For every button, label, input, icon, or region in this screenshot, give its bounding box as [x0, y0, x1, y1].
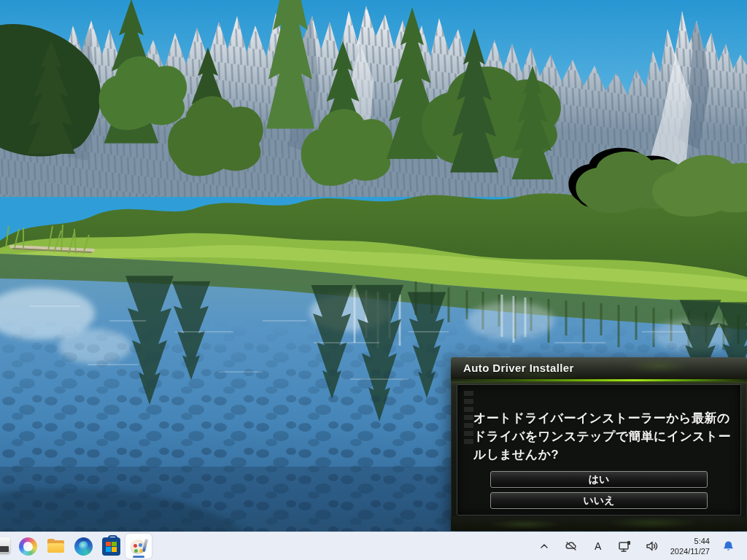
- onedrive-status-button[interactable]: [560, 534, 583, 558]
- volume-button[interactable]: [640, 534, 664, 558]
- taskbar-item-copilot[interactable]: [15, 534, 41, 559]
- copilot-icon: [19, 537, 37, 556]
- paint-icon: [130, 537, 148, 556]
- taskbar-item-microsoft-store[interactable]: [98, 534, 124, 559]
- dialog-titlebar: Auto Driver Installer: [451, 357, 747, 379]
- auto-driver-installer-dialog: Auto Driver Installer オートドライバーインストーラーから最…: [451, 357, 747, 531]
- ime-mode-indicator: A: [595, 540, 601, 552]
- system-tray: A 5:44 2024/11/27: [533, 532, 747, 560]
- tray-date: 2024/11/27: [670, 546, 710, 556]
- partial-app-icon: [0, 537, 10, 553]
- taskbar-item-file-explorer[interactable]: [42, 534, 69, 559]
- cloud-slash-icon: [565, 540, 578, 552]
- chevron-up-icon: [539, 541, 549, 551]
- taskbar-pinned-apps: [0, 532, 152, 560]
- wired-network-icon: [618, 540, 632, 553]
- bell-icon: [722, 540, 735, 553]
- ime-mode-button[interactable]: A: [587, 534, 610, 558]
- taskbar: A 5:44 2024/11/27: [0, 532, 747, 560]
- clock[interactable]: 5:44 2024/11/27: [667, 534, 713, 558]
- notifications-button[interactable]: [716, 534, 740, 558]
- file-explorer-icon: [47, 537, 65, 556]
- desktop[interactable]: Auto Driver Installer オートドライバーインストーラーから最…: [0, 0, 747, 560]
- no-button[interactable]: いいえ: [490, 492, 708, 509]
- hidden-icons-button[interactable]: [533, 534, 556, 558]
- tray-time: 5:44: [694, 536, 710, 546]
- dialog-body: オートドライバーインストーラーから最新のドライバをワンステップで簡単にインストー…: [457, 384, 741, 516]
- dialog-message: オートドライバーインストーラーから最新のドライバをワンステップで簡単にインストー…: [473, 410, 732, 464]
- edge-icon: [74, 537, 93, 556]
- taskbar-item-edge[interactable]: [70, 534, 96, 559]
- network-button[interactable]: [614, 534, 637, 558]
- dialog-footer: [451, 516, 747, 531]
- speaker-icon: [645, 540, 659, 552]
- microsoft-store-icon: [102, 537, 120, 556]
- decorative-bars: [464, 391, 473, 444]
- taskbar-item-paint[interactable]: [125, 534, 152, 559]
- taskbar-item-partial-app[interactable]: [0, 534, 13, 559]
- dialog-title: Auto Driver Installer: [463, 362, 574, 374]
- yes-button[interactable]: はい: [490, 471, 708, 488]
- green-accent-line: [451, 379, 747, 381]
